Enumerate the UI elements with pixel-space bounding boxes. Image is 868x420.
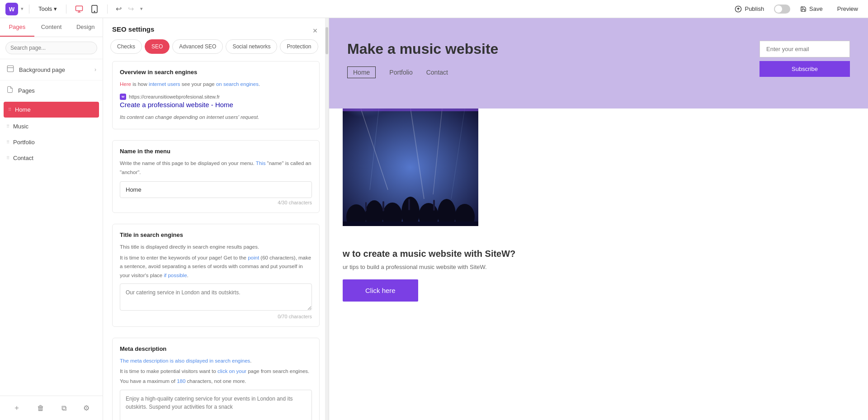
seo-name-desc: Write the name of this page to be displa… [120, 159, 312, 177]
pages-section: Pages [0, 80, 103, 101]
background-page-section: Background page › [0, 59, 103, 80]
seo-tab-checks[interactable]: Checks [110, 39, 142, 54]
svg-rect-22 [433, 200, 435, 211]
scroll-thumb [326, 27, 328, 54]
add-page-button[interactable]: ＋ [10, 401, 23, 415]
subscribe-email-input[interactable] [760, 41, 850, 57]
page-settings-button[interactable]: ⚙ [80, 401, 92, 415]
nav-item-contact[interactable]: Contact [426, 67, 448, 78]
overview-desc-here: Here [120, 81, 131, 87]
search-input[interactable] [5, 42, 97, 54]
seo-tabs: Checks SEO Advanced SEO Social networks … [103, 33, 329, 54]
page-item-label: Contact [13, 155, 33, 161]
seo-title-textarea[interactable] [120, 283, 312, 311]
view-mode-buttons [72, 2, 102, 16]
seo-meta-textarea[interactable] [120, 390, 312, 420]
preview-area: Make a music website Home Portfolio Cont… [329, 18, 868, 420]
seo-title-desc: This title is displayed directly in sear… [120, 243, 312, 280]
nav-item-home[interactable]: Home [347, 66, 376, 78]
undo-redo-controls: ↩ ↪ ▾ [113, 3, 146, 15]
svg-rect-21 [382, 201, 384, 211]
publish-label: Publish [745, 5, 764, 12]
search-preview-title: Create a professional website - Home [120, 101, 312, 109]
svg-rect-4 [7, 66, 14, 72]
seo-tab-protection[interactable]: Protection [280, 39, 318, 54]
background-page-item[interactable]: Background page › [0, 59, 103, 80]
pages-label: Pages [18, 87, 35, 94]
menu-name-input-wrapper [120, 181, 312, 198]
sidebar-bottom: ＋ 🗑 ⧉ ⚙ [0, 396, 103, 420]
tab-design[interactable]: Design [68, 18, 103, 37]
nav-item-portfolio[interactable]: Portfolio [389, 67, 412, 78]
divider-1 [29, 5, 29, 14]
site-header-left: Make a music website Home Portfolio Cont… [347, 36, 498, 78]
svg-rect-24 [343, 222, 478, 226]
tab-content[interactable]: Content [34, 18, 69, 37]
seo-meta-section: Meta description The meta description is… [112, 338, 320, 420]
meta-textarea-wrapper [120, 390, 312, 420]
w-logo-small: w [120, 94, 126, 100]
menu-name-input[interactable] [120, 181, 312, 198]
site-section-title: w to create a music website with SiteW? [343, 249, 854, 259]
main-layout: Pages Content Design Background page › P… [0, 18, 868, 420]
save-label: Save [809, 5, 823, 12]
tools-label: Tools [38, 5, 52, 12]
seo-tab-social[interactable]: Social networks [226, 39, 277, 54]
publish-toggle[interactable] [774, 5, 790, 14]
subscribe-button[interactable]: Subscribe [760, 61, 850, 77]
seo-overview-desc: Here is how internet users see your page… [120, 80, 312, 89]
background-page-arrow-icon: › [94, 66, 96, 73]
drag-handle-icon: ⠿ [6, 140, 9, 145]
scroll-track [325, 18, 329, 420]
divider-2 [66, 5, 66, 14]
seo-tab-advanced[interactable]: Advanced SEO [172, 39, 223, 54]
drag-handle-icon: ⠿ [6, 156, 9, 160]
tab-pages[interactable]: Pages [0, 18, 34, 37]
seo-name-title: Name in the menu [120, 148, 312, 155]
duplicate-page-button[interactable]: ⧉ [59, 401, 69, 415]
menu-name-char-count: 4/30 characters [120, 200, 312, 205]
logo-caret-icon[interactable]: ▾ [21, 6, 24, 12]
preview-inner: Make a music website Home Portfolio Cont… [329, 18, 868, 420]
svg-rect-20 [408, 199, 410, 210]
site-header: Make a music website Home Portfolio Cont… [329, 18, 868, 118]
seo-meta-desc: The meta description is also displayed i… [120, 357, 312, 386]
seo-tab-seo[interactable]: SEO [145, 39, 170, 54]
site-title: Make a music website [347, 41, 498, 57]
divider-3 [107, 5, 108, 14]
sidebar-tabs: Pages Content Design [0, 18, 103, 37]
click-here-button[interactable]: Click here [343, 279, 418, 302]
seo-close-button[interactable]: × [309, 24, 321, 37]
title-char-count: 0/70 characters [120, 314, 312, 319]
svg-point-2 [94, 11, 95, 12]
page-item-portfolio[interactable]: ⠿ Portfolio [0, 134, 103, 150]
delete-page-button[interactable]: 🗑 [34, 401, 47, 415]
redo-button[interactable]: ↪ [125, 3, 137, 15]
seo-title-section: Title in search engines This title is di… [112, 224, 320, 327]
preview-button[interactable]: Preview [833, 3, 863, 15]
page-item-home[interactable]: ⠿ Home [4, 102, 99, 118]
seo-title-heading: Title in search engines [120, 231, 312, 238]
concert-section [343, 109, 854, 226]
save-button[interactable]: Save [796, 3, 827, 15]
seo-panel: SEO settings Checks SEO Advanced SEO Soc… [103, 18, 329, 420]
subscribe-area: Subscribe [760, 41, 850, 77]
svg-rect-0 [76, 6, 83, 11]
history-button[interactable]: ▾ [137, 4, 146, 14]
tools-caret-icon: ▾ [54, 5, 57, 12]
site-section-desc: ur tips to build a professional music we… [343, 264, 854, 270]
desktop-view-button[interactable] [72, 2, 86, 16]
page-item-contact[interactable]: ⠿ Contact [0, 150, 103, 166]
publish-button[interactable]: Publish [730, 3, 769, 15]
mobile-view-button[interactable] [87, 2, 102, 16]
pages-section-header[interactable]: Pages [0, 80, 103, 101]
search-preview-note: Its content can change depending on inte… [120, 113, 312, 122]
undo-button[interactable]: ↩ [113, 3, 124, 15]
tools-button[interactable]: Tools ▾ [35, 4, 61, 14]
search-preview-url: w https://crearunsitiowebprofesional.sit… [120, 94, 312, 100]
page-item-label: Portfolio [13, 139, 35, 146]
page-item-music[interactable]: ⠿ Music [0, 118, 103, 134]
site-text-section: w to create a music website with SiteW? … [343, 235, 854, 315]
topbar-right: Publish Save Preview [730, 3, 863, 15]
sidebar: Pages Content Design Background page › P… [0, 18, 103, 420]
